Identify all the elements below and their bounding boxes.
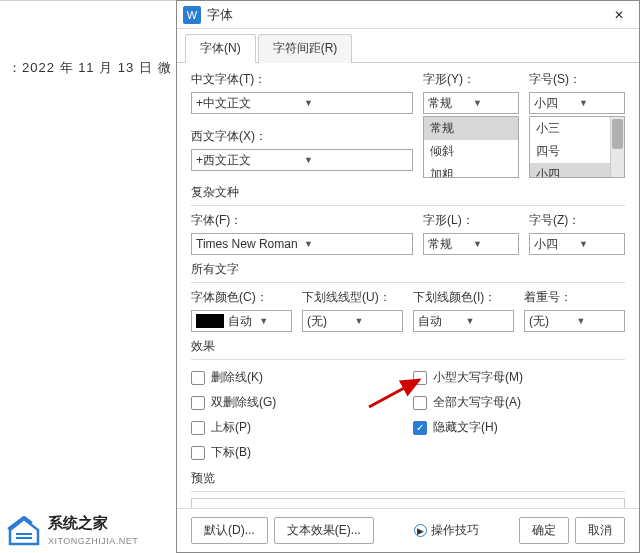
style-combo[interactable]: 常规▼ [423, 92, 519, 114]
ucolor-label: 下划线颜色(I)： [413, 289, 514, 306]
scrollbar[interactable] [610, 117, 624, 177]
style-option[interactable]: 倾斜 [424, 140, 518, 163]
preview-box [191, 498, 625, 508]
csize-label: 字号(Z)： [529, 212, 625, 229]
chevron-down-icon: ▼ [304, 98, 408, 108]
hidden-checkbox[interactable]: ✓隐藏文字(H) [413, 419, 625, 436]
divider [191, 205, 625, 206]
cjk-font-label: 中文字体(T)： [191, 71, 413, 88]
cjk-font-combo[interactable]: +中文正文▼ [191, 92, 413, 114]
ucolor-combo: 自动▼ [413, 310, 514, 332]
divider [191, 282, 625, 283]
play-icon: ▶ [414, 524, 427, 537]
cancel-button[interactable]: 取消 [575, 517, 625, 544]
cstyle-combo[interactable]: 常规▼ [423, 233, 519, 255]
complex-section-title: 复杂文种 [191, 184, 625, 201]
tips-link[interactable]: ▶ 操作技巧 [380, 522, 513, 539]
divider [191, 491, 625, 492]
size-option[interactable]: 小三 [530, 117, 610, 140]
smallcaps-checkbox[interactable]: 小型大写字母(M) [413, 369, 625, 386]
color-label: 字体颜色(C)： [191, 289, 292, 306]
close-icon: ✕ [614, 8, 624, 22]
chevron-down-icon: ▼ [304, 239, 408, 249]
size-option[interactable]: 小四 [530, 163, 610, 178]
style-listbox[interactable]: 常规 倾斜 加粗 [423, 116, 519, 178]
document-background: ：2022 年 11 月 13 日 微 [0, 0, 176, 553]
style-option[interactable]: 常规 [424, 117, 518, 140]
house-icon [6, 516, 42, 546]
all-text-section-title: 所有文字 [191, 261, 625, 278]
dialog-title: 字体 [207, 6, 599, 24]
font-dialog: W 字体 ✕ 字体(N) 字符间距(R) 中文字体(T)： +中文正文▼ 西文字… [176, 0, 640, 553]
allcaps-checkbox[interactable]: 全部大写字母(A) [413, 394, 625, 411]
titlebar: W 字体 ✕ [177, 1, 639, 29]
preview-section-title: 预览 [191, 470, 625, 487]
tab-spacing[interactable]: 字符间距(R) [258, 34, 353, 63]
chevron-down-icon: ▼ [304, 155, 408, 165]
underline-combo[interactable]: (无)▼ [302, 310, 403, 332]
default-button[interactable]: 默认(D)... [191, 517, 268, 544]
close-button[interactable]: ✕ [599, 1, 639, 29]
latin-font-combo[interactable]: +西文正文▼ [191, 149, 413, 171]
size-option[interactable]: 四号 [530, 140, 610, 163]
ok-button[interactable]: 确定 [519, 517, 569, 544]
chevron-down-icon: ▼ [466, 316, 510, 326]
chevron-down-icon: ▼ [355, 316, 399, 326]
tab-font[interactable]: 字体(N) [185, 34, 256, 63]
emphasis-label: 着重号： [524, 289, 625, 306]
emphasis-combo[interactable]: (无)▼ [524, 310, 625, 332]
dialog-body: 中文字体(T)： +中文正文▼ 西文字体(X)： +西文正文▼ 字形(Y)： 常… [177, 63, 639, 508]
underline-label: 下划线线型(U)： [302, 289, 403, 306]
chevron-down-icon: ▼ [259, 316, 287, 326]
subscript-checkbox[interactable]: 下标(B) [191, 444, 403, 461]
chevron-down-icon: ▼ [473, 239, 514, 249]
strike-checkbox[interactable]: 删除线(K) [191, 369, 403, 386]
latin-font-label: 西文字体(X)： [191, 128, 413, 145]
color-swatch-icon [196, 314, 224, 328]
style-option[interactable]: 加粗 [424, 163, 518, 178]
size-listbox[interactable]: 小三 四号 小四 [529, 116, 625, 178]
color-combo[interactable]: 自动▼ [191, 310, 292, 332]
text-effect-button[interactable]: 文本效果(E)... [274, 517, 374, 544]
app-icon: W [183, 6, 201, 24]
cfont-label: 字体(F)： [191, 212, 413, 229]
csize-combo[interactable]: 小四▼ [529, 233, 625, 255]
chevron-down-icon: ▼ [579, 98, 620, 108]
style-label: 字形(Y)： [423, 71, 519, 88]
document-text: ：2022 年 11 月 13 日 微 [8, 59, 172, 77]
button-bar: 默认(D)... 文本效果(E)... ▶ 操作技巧 确定 取消 [177, 508, 639, 552]
cfont-combo[interactable]: Times New Roman▼ [191, 233, 413, 255]
divider [191, 359, 625, 360]
watermark-logo: 系统之家 XITONGZHIJIA.NET [6, 514, 138, 547]
chevron-down-icon: ▼ [473, 98, 514, 108]
chevron-down-icon: ▼ [579, 239, 620, 249]
superscript-checkbox[interactable]: 上标(P) [191, 419, 403, 436]
watermark-text: 系统之家 XITONGZHIJIA.NET [48, 514, 138, 547]
size-label: 字号(S)： [529, 71, 625, 88]
chevron-down-icon: ▼ [577, 316, 621, 326]
size-combo[interactable]: 小四▼ [529, 92, 625, 114]
effects-section-title: 效果 [191, 338, 625, 355]
tab-strip: 字体(N) 字符间距(R) [177, 29, 639, 63]
double-strike-checkbox[interactable]: 双删除线(G) [191, 394, 403, 411]
cstyle-label: 字形(L)： [423, 212, 519, 229]
scrollbar-thumb[interactable] [612, 119, 623, 149]
check-icon: ✓ [413, 421, 427, 435]
